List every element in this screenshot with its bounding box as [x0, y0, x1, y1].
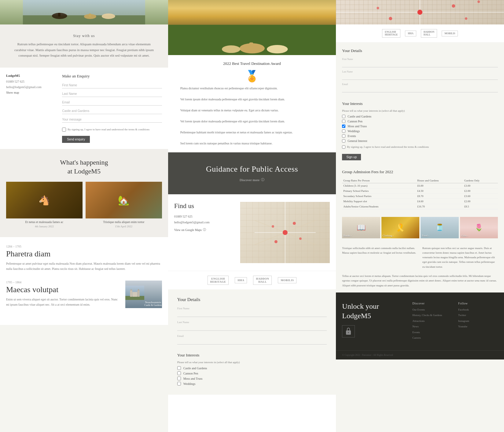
right-check-4[interactable]	[342, 129, 345, 133]
partner-4: MOBILIS	[278, 277, 296, 283]
svg-point-23	[282, 230, 287, 235]
first-name-input[interactable]	[62, 82, 162, 88]
right-email-input[interactable]	[342, 86, 498, 92]
timeline-item-1: 1284 – 1705 Pharetra diam Pellentesque u…	[6, 245, 162, 271]
center-email[interactable]	[177, 338, 327, 344]
events-grid: 🐴 Et netus et malesuada fames ac 4th Jan…	[6, 182, 162, 228]
right-terms-checkbox[interactable]	[342, 145, 345, 149]
discover-more-link[interactable]: Discover more ⓘ	[240, 177, 264, 182]
events-title: What's happeningat LodgeM5	[6, 158, 162, 176]
terms-checkbox[interactable]	[62, 128, 66, 132]
timeline-desc-2: Enim ut sem viverra aliquet eget sit auc…	[6, 297, 121, 307]
svg-rect-5	[89, 13, 91, 17]
unlock-title: Unlock yourLodgeM5	[342, 302, 406, 321]
right-interest-6: General Interest	[342, 139, 498, 143]
interest-check-4[interactable]	[177, 382, 181, 385]
follow-link-3[interactable]: Instagram	[458, 319, 498, 323]
follow-link-4[interactable]: Youtube	[458, 324, 498, 329]
right-text-p3: Tellus at auctor orci lorem et metus ali…	[342, 274, 498, 288]
shop-item-books[interactable]: 📖 Books ›	[342, 217, 380, 238]
right-unlock-section: Unlock yourLodgeM5 Discover Our Events H…	[336, 292, 504, 350]
find-us-email: hello@lodgem5@gmail.com	[174, 219, 234, 225]
last-name-input[interactable]	[62, 91, 162, 97]
follow-link-2[interactable]: Twitter	[458, 313, 498, 317]
follow-link-1[interactable]: Facebook	[458, 307, 498, 312]
right-map-section	[336, 0, 504, 24]
center-interests-list: Castle and Gardens Cannon Pen Moss and T…	[177, 366, 327, 385]
food-label: Food ›	[422, 234, 429, 237]
right-check-5[interactable]	[342, 134, 345, 138]
right-text-p1: Tristique sollicitudin nibh sit amet com…	[342, 246, 418, 255]
event-card-2: 🏡 Tristique nulla aliquet enim tortor 15…	[86, 182, 162, 228]
right-check-6[interactable]	[342, 139, 345, 143]
svg-point-32	[389, 17, 392, 20]
right-email-label: Email	[342, 83, 498, 86]
right-partner-2: HHA	[405, 31, 416, 36]
find-us-phone: 01889 527 625	[174, 214, 234, 219]
svg-rect-9	[130, 290, 132, 297]
right-interest-1: Castle and Gardens	[342, 115, 498, 118]
interest-check-3[interactable]	[177, 377, 181, 380]
table-row: Adults/Senior Citizens/Students£16.70£8.…	[342, 204, 498, 209]
shop-item-clothing[interactable]: 🎗️ Clothing ›	[381, 217, 419, 238]
right-interest-5: Events	[342, 134, 498, 138]
right-first-name-input[interactable]	[342, 61, 498, 67]
view-map-link[interactable]: View on Google Maps ⓘ	[174, 228, 234, 232]
right-last-name-input[interactable]	[342, 74, 498, 80]
svg-point-30	[418, 10, 422, 15]
right-check-1[interactable]	[342, 115, 345, 118]
right-interest-3: Moss and Truss	[342, 125, 498, 128]
center-interests-title: Your Interests	[177, 353, 327, 358]
unlock-nav-follow: Follow Facebook Twitter Instagram Youtub…	[458, 302, 498, 341]
discover-link-3[interactable]: Attractions	[412, 319, 452, 323]
left-events-section: What's happeningat LodgeM5 🐴 Et netus et…	[0, 149, 168, 237]
center-details-form: Your Details First Name Last Name Email …	[168, 289, 336, 395]
discover-link-5[interactable]: Events	[412, 330, 452, 334]
discover-link-6[interactable]: Careers	[412, 336, 452, 340]
interest-check-2[interactable]	[177, 371, 181, 375]
shop-item-gifts[interactable]: 🌷 Gifts ›	[460, 217, 498, 238]
interest-check-1[interactable]	[177, 366, 181, 370]
award-p1: Platea dictumst vestibulum rhoncus est p…	[180, 86, 324, 91]
center-map-placeholder	[240, 202, 330, 263]
svg-rect-10	[137, 290, 139, 297]
interest-item-2: Cannon Pen	[177, 371, 327, 375]
discover-link-2[interactable]: History, Clocks & Gardens	[412, 313, 452, 317]
interest-label-3: Moss and Truss	[183, 377, 203, 380]
col-left: Stay with us Rutrum tellus pellentesque …	[0, 0, 168, 432]
message-input[interactable]	[62, 117, 162, 123]
center-partners-bar: ENGLISHHERITAGE HHA HADDONHALL MOBILIS	[168, 271, 336, 289]
shop-item-food[interactable]: 🫙 Food ›	[421, 217, 458, 238]
admission-header-1: Group Rates Per Person	[342, 178, 416, 183]
event1-caption: Et netus et malesuada fames ac	[6, 218, 83, 225]
discover-heading: Discover	[412, 302, 452, 305]
right-check-3[interactable]	[342, 125, 345, 128]
center-interests-subtext: Please tell us what your interests in (s…	[177, 361, 327, 364]
email-input[interactable]	[62, 99, 162, 106]
timeline-title-2: Maecas volutpat	[6, 285, 121, 294]
terms-checkbox-row: By signing up, I agree to have read and …	[62, 128, 162, 132]
center-email-label: Email	[177, 334, 327, 337]
discover-link-1[interactable]: Our Events	[412, 307, 452, 312]
enquiry-title: Make an Enquiry	[62, 74, 162, 79]
show-map-link[interactable]: Show map	[6, 91, 19, 94]
center-first-name[interactable]	[177, 311, 327, 317]
right-details-title: Your Details	[342, 48, 498, 53]
center-last-name[interactable]	[177, 324, 327, 331]
castle-input[interactable]	[62, 108, 162, 114]
right-text-block-1: Tristique sollicitudin nibh sit amet com…	[342, 246, 418, 269]
svg-point-24	[292, 222, 296, 225]
svg-rect-3	[58, 13, 61, 17]
interest-label-2: Cannon Pen	[183, 372, 198, 375]
discover-link-4[interactable]: News	[412, 324, 452, 329]
right-check-2[interactable]	[342, 120, 345, 123]
right-signup-button[interactable]: Sign up	[342, 154, 361, 160]
unlock-nav-discover: Discover Our Events History, Clocks & Ga…	[412, 302, 452, 341]
right-text-block-3: Tellus at auctor orci lorem et metus ali…	[342, 274, 498, 288]
right-text-block-2: Rutrum quisque non tellus orci ac auctor…	[422, 246, 498, 269]
send-enquiry-button[interactable]: Send enquiry	[62, 136, 90, 143]
last-name-label: Last Name	[177, 321, 327, 324]
email: hello@lodgem5@gmail.com	[6, 84, 56, 90]
left-contact-section: LodgeM5 01889 527 625 hello@lodgem5@gmai…	[0, 68, 168, 149]
left-timeline-section: 1284 – 1705 Pharetra diam Pellentesque u…	[0, 237, 168, 325]
